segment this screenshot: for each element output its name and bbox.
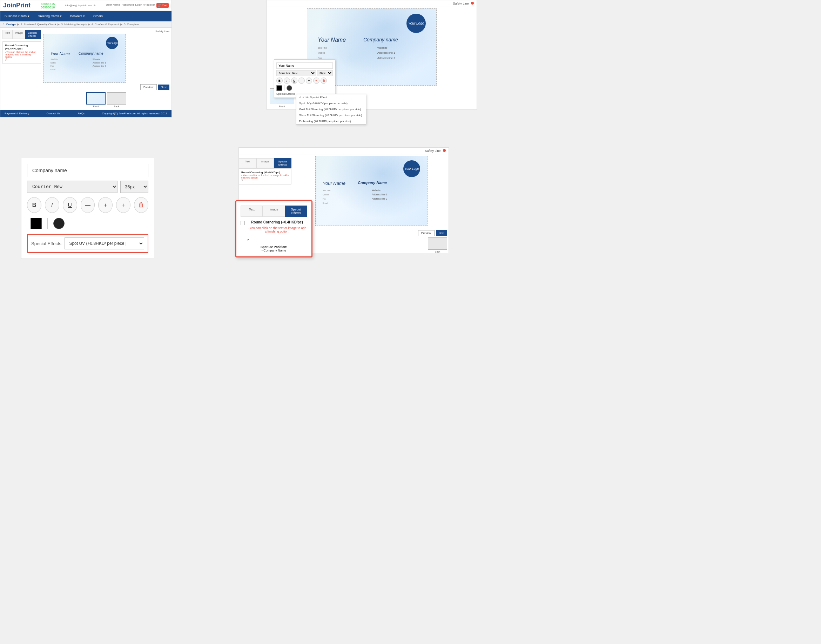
left-panel: Text Image Special Effects Round Corneri… [3, 30, 41, 108]
bl-se-select[interactable]: Spot UV (+0.8HKD/ per piece | [64, 238, 144, 249]
br-card-details-left: Job Title Mobile Fax Email [323, 189, 330, 205]
large-card-name[interactable]: Your Name [318, 37, 346, 43]
spotUV-tab-text[interactable]: Text [240, 205, 263, 217]
br-safety-dot [443, 149, 446, 152]
step-5[interactable]: 5. Complete [124, 23, 139, 26]
site-footer: Payment & Delivery Contact Us FAQs Copyr… [0, 110, 172, 117]
se-option-1[interactable]: Spot UV (+0.8HKD/ per piece per side) [296, 100, 366, 106]
spotUV-checkbox[interactable] [240, 221, 245, 225]
logo-circle[interactable]: Your Logo [106, 37, 118, 49]
card-company[interactable]: Company name [78, 52, 103, 55]
cross-button[interactable]: + [306, 78, 312, 84]
footer-faq[interactable]: FAQs [78, 112, 84, 115]
br-thumb-back-box[interactable] [428, 238, 447, 250]
bottom-left-section: Courier New 36px B I U — + + 🗑 Special E… [21, 158, 154, 259]
cross-plus-button[interactable]: + [313, 78, 320, 84]
step-1[interactable]: 1. Design [3, 23, 16, 26]
thumb-front[interactable]: Front [86, 92, 106, 108]
bl-size-select[interactable]: 36px [120, 181, 149, 193]
step-2[interactable]: 2. Preview & Quantity Check [21, 23, 57, 26]
underline-button[interactable]: U [291, 78, 297, 84]
br-card-name[interactable]: Your Name [323, 181, 345, 186]
footer-copyright: Copyright(C) JoinPrint.com. All rights r… [102, 112, 167, 115]
card-front-canvas[interactable]: Your Logo Your Name Company name Job Tit… [43, 34, 126, 83]
info-box: Round Cornering (+0.4HKD/pc) - You can c… [3, 41, 41, 64]
bl-italic-button[interactable]: I [45, 197, 59, 213]
br-card-canvas[interactable]: Your Logo Your Name Company Name Job Tit… [315, 156, 427, 226]
spotUV-company: - Company Name [240, 249, 307, 252]
br-next-button[interactable]: Next [436, 230, 447, 236]
info-title: Round Cornering (+0.4HKD/pc) [5, 44, 38, 50]
nav-others[interactable]: Others [89, 13, 107, 19]
text-editor-popup: Courier New 36px B I U — + + 🗑 [274, 59, 335, 98]
large-card-details-right: Website Address line 1 Address line 2 [377, 46, 395, 61]
bl-font-select[interactable]: Courier New [27, 181, 118, 193]
preview-button[interactable]: Preview [140, 84, 156, 90]
step-3[interactable]: 3. Matching Items(s) [61, 23, 86, 26]
bl-minus-button[interactable]: — [81, 197, 95, 213]
cart-button[interactable]: 🛒 Cart [156, 3, 169, 8]
bold-button[interactable]: B [276, 78, 283, 84]
bl-color-dark[interactable] [53, 218, 64, 229]
spotUV-tab-image[interactable]: Image [263, 205, 285, 217]
card-details-right: Website Address line 1 Address line 2 [93, 58, 106, 68]
next-button[interactable]: Next [158, 84, 169, 90]
thumb-row: Front Back [43, 92, 169, 108]
br-thumb-back[interactable]: Back [428, 238, 447, 253]
step-4[interactable]: 4. Confirm & Payment [92, 23, 119, 26]
large-logo-circle[interactable]: Your Logo [406, 14, 426, 33]
safety-dot [471, 2, 474, 5]
login-link[interactable]: Login / Register [135, 3, 155, 8]
bl-underline-button[interactable]: U [63, 197, 77, 213]
color-swatch-black[interactable] [276, 85, 282, 91]
spotUV-tab-row: Text Image Special Effects [240, 205, 307, 217]
br-logo-circle[interactable]: Your Logo [403, 160, 420, 177]
spotUV-red: - You can click on the text or image to … [247, 226, 307, 233]
email: info@myjoinprint.com.hk [65, 4, 96, 7]
bl-plus-button[interactable]: + [98, 197, 113, 213]
bl-color-black[interactable] [31, 218, 42, 229]
bl-bold-button[interactable]: B [27, 197, 41, 213]
br-preview-button[interactable]: Preview [418, 230, 434, 236]
color-swatch-dark[interactable] [286, 85, 292, 91]
font-select[interactable]: Courier New [276, 70, 316, 76]
minus-button[interactable]: — [299, 78, 305, 84]
bl-delete-button[interactable]: 🗑 [134, 197, 149, 213]
nav-business-cards[interactable]: Business Cards ▾ [0, 13, 34, 19]
se-option-0[interactable]: ✓ No Special Effect [296, 94, 366, 100]
name-input[interactable] [276, 63, 333, 69]
se-option-4[interactable]: Embossing (+0.7HKD/ per piece per side) [296, 118, 366, 124]
logo: JoinPrint [3, 2, 31, 9]
thumb-back[interactable]: Back [107, 92, 126, 108]
tab-special[interactable]: Special Effects [25, 30, 41, 39]
italic-button[interactable]: I [284, 78, 290, 84]
info-question[interactable]: ? [5, 58, 6, 61]
design-area: Text Image Special Effects Round Corneri… [0, 28, 172, 110]
se-option-3[interactable]: Silver Foil Stamping (+0.5HKD/ per piece… [296, 112, 366, 118]
site-header: JoinPrint 62088715 56988016 info@myjoinp… [0, 0, 172, 11]
spotUV-tab-special[interactable]: Special Effects [285, 205, 307, 217]
nav-booklets[interactable]: Booklets ▾ [66, 13, 89, 19]
preview-row: Preview Next [43, 84, 169, 90]
bl-name-input[interactable] [27, 164, 149, 177]
br-card-company[interactable]: Company Name [358, 181, 387, 185]
bl-cross-plus-button[interactable]: + [116, 197, 130, 213]
se-option-2[interactable]: Gold Foil Stamping (+0.5HKD/ per piece p… [296, 106, 366, 112]
tab-image[interactable]: Image [12, 30, 25, 39]
large-card-company[interactable]: Company name [363, 37, 398, 43]
site-nav: Business Cards ▾ Greeting Cards ▾ Bookle… [0, 11, 172, 21]
thumb-back-box[interactable] [107, 92, 126, 104]
card-your-name[interactable]: Your Name [51, 52, 70, 56]
thumb-back-label: Back [114, 105, 119, 108]
br-card-details-right: Website Address line 1 Address line 2 [372, 189, 387, 201]
info-red: - You can click on the text or image to … [5, 51, 38, 58]
footer-payment[interactable]: Payment & Delivery [5, 112, 29, 115]
br-thumb-back-label: Back [435, 250, 441, 253]
size-select[interactable]: 36px [317, 70, 333, 76]
spotUV-question[interactable]: ? [247, 238, 249, 242]
thumb-front-box[interactable] [86, 92, 106, 104]
nav-greeting-cards[interactable]: Greeting Cards ▾ [34, 13, 66, 19]
delete-button[interactable]: 🗑 [320, 78, 327, 84]
tab-text[interactable]: Text [3, 30, 12, 39]
footer-contact[interactable]: Contact Us [47, 112, 61, 115]
